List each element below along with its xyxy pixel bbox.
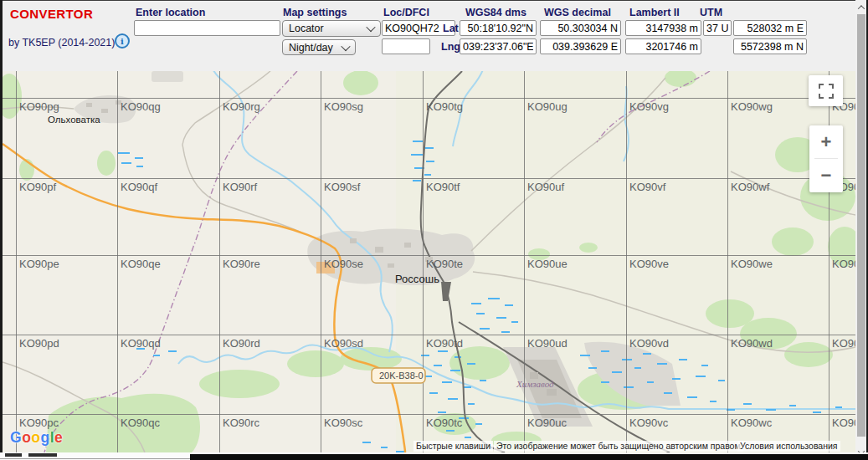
wgs84-dms-lat-input[interactable]: [460, 20, 537, 36]
google-logo-letter: o: [22, 429, 31, 446]
minus-icon: −: [821, 166, 832, 185]
content-edge-line: [0, 458, 190, 459]
grid-label: KO90qg: [121, 100, 161, 113]
google-logo-letter: g: [41, 429, 50, 446]
zoom-out-button[interactable]: −: [809, 159, 843, 192]
grid-label: KO90pg: [19, 100, 59, 113]
grid-label: KO90xc: [832, 417, 855, 429]
grid-label: KO90pd: [19, 337, 59, 350]
grid-label: KO90ve: [629, 258, 669, 270]
dfci-input[interactable]: [382, 38, 430, 54]
terms-of-use-link[interactable]: Условия использования: [737, 441, 840, 452]
map-settings-label: Map settings: [283, 7, 347, 18]
clipped-text-fragment: [5, 453, 22, 457]
google-logo-letter: G: [10, 429, 22, 446]
utm-easting-input[interactable]: [733, 20, 807, 36]
wgs-decimal-lat-input[interactable]: [540, 20, 621, 36]
grid-label: KO90qc: [121, 417, 160, 429]
wgs84-dms-label: WGS84 dms: [465, 7, 526, 18]
map-sheet-badge-label: 20K-B38-0: [379, 371, 424, 381]
grid-label: KO90td: [426, 337, 463, 350]
app-title: CONVERTOR: [10, 7, 93, 21]
wgs84-dms-lng-input[interactable]: [460, 38, 537, 54]
grid-label: KO90vf: [629, 181, 666, 193]
google-logo-letter: e: [54, 429, 63, 446]
grid-label: KO90sg: [324, 100, 363, 113]
grid-label: KO90qf: [121, 181, 157, 193]
location-input[interactable]: [134, 20, 280, 36]
grid-label: KO90tf: [426, 181, 460, 193]
grid-label: KO90rd: [223, 337, 260, 350]
grid-label: KO90ug: [527, 100, 568, 113]
zoom-control: + −: [809, 125, 843, 192]
grid-label: KO90te: [426, 258, 463, 270]
fullscreen-icon: [819, 84, 834, 99]
utm-label: UTM: [700, 7, 722, 18]
grid-label: KO90vd: [629, 337, 669, 350]
grid-label: KO90wc: [731, 417, 773, 429]
grid-label: KO90sd: [324, 337, 363, 350]
map-type-select[interactable]: Locator: [282, 20, 381, 37]
map-sheet-badge: 20K-B38-0: [372, 368, 425, 383]
grid-label: KO90pc: [19, 417, 59, 429]
wgs-decimal-lng-input[interactable]: [540, 38, 621, 54]
map-viewport[interactable]: KO90pgKO90qgKO90rgKO90sgKO90tgKO90ugKO90…: [3, 71, 855, 452]
grid-label: KO90rf: [223, 181, 258, 193]
grid-label: KO90sc: [324, 417, 363, 429]
copyright-notice: Это изображение может быть защищено авто…: [494, 441, 743, 452]
grid-label: KO90vc: [629, 417, 669, 429]
google-logo[interactable]: Google: [10, 429, 63, 447]
grid-label: KO90uf: [527, 181, 564, 193]
grid-label: KO90wd: [731, 337, 773, 350]
grid-label: KO90tg: [426, 100, 463, 113]
grid-label: KO90wg: [731, 100, 773, 113]
loc-dfci-label: Loc/DFCI: [383, 7, 429, 18]
utm-northing-input[interactable]: [733, 38, 807, 54]
lat-label: Lat: [443, 23, 459, 34]
wgs-decimal-label: WGS decimal: [544, 7, 611, 18]
google-logo-letter: o: [31, 429, 40, 446]
grid-label: KO90sf: [324, 181, 361, 193]
day-mode-value: Night/day: [289, 42, 333, 54]
fullscreen-button[interactable]: [809, 75, 843, 106]
grid-label: KO90qe: [121, 258, 161, 270]
keyboard-shortcuts-link[interactable]: Быстрые клавиши: [413, 441, 493, 452]
bottom-black-bar: [190, 454, 868, 460]
lng-label: Lng: [441, 41, 460, 53]
zoom-in-button[interactable]: +: [809, 125, 843, 159]
enter-location-label: Enter location: [136, 7, 205, 18]
lambert-x-input[interactable]: [625, 20, 701, 36]
map-canvas[interactable]: KO90pgKO90qgKO90rgKO90sgKO90tgKO90ugKO90…: [3, 71, 855, 452]
clipped-text-fragment: [28, 453, 57, 457]
lambert-label: Lambert II: [629, 7, 680, 18]
town-label: Ольховатка: [48, 115, 100, 125]
info-icon[interactable]: i: [115, 33, 130, 49]
scrollbar-thumb[interactable]: [857, 14, 865, 437]
chevron-down-icon: [341, 41, 350, 50]
grid-label: KO90vg: [629, 100, 669, 113]
grid-label: KO90pf: [19, 181, 56, 193]
grid-label: KO90ud: [527, 337, 568, 350]
chevron-up-icon: [857, 5, 864, 12]
grid-label: KO90we: [731, 258, 773, 270]
grid-label: KO90rg: [223, 100, 260, 113]
grid-label: KO90re: [223, 258, 260, 270]
scroll-up-button[interactable]: [855, 1, 866, 14]
lambert-y-input[interactable]: [625, 38, 701, 54]
grid-label: KO90xd: [832, 337, 855, 350]
converter-header: CONVERTOR by TK5EP (2014-2021) i Enter l…: [3, 1, 855, 71]
grid-label: KO90tc: [426, 417, 463, 429]
grid-label: KO90qd: [121, 337, 161, 350]
grid-label: KO90xe: [832, 258, 855, 270]
app-byline: by TK5EP (2014-2021): [8, 37, 115, 49]
grid-label: KO90uc: [527, 417, 567, 429]
vertical-scrollbar[interactable]: [855, 0, 866, 460]
page-bottom-strip: [0, 452, 868, 460]
grid-label: KO90ue: [527, 258, 568, 270]
plus-icon: +: [821, 133, 832, 151]
chevron-down-icon: [366, 23, 375, 32]
grid-label: KO90pe: [19, 258, 59, 270]
day-mode-select[interactable]: Night/day: [282, 39, 356, 55]
utm-zone-input[interactable]: [703, 20, 732, 36]
grid-label: KO90se: [324, 258, 363, 270]
